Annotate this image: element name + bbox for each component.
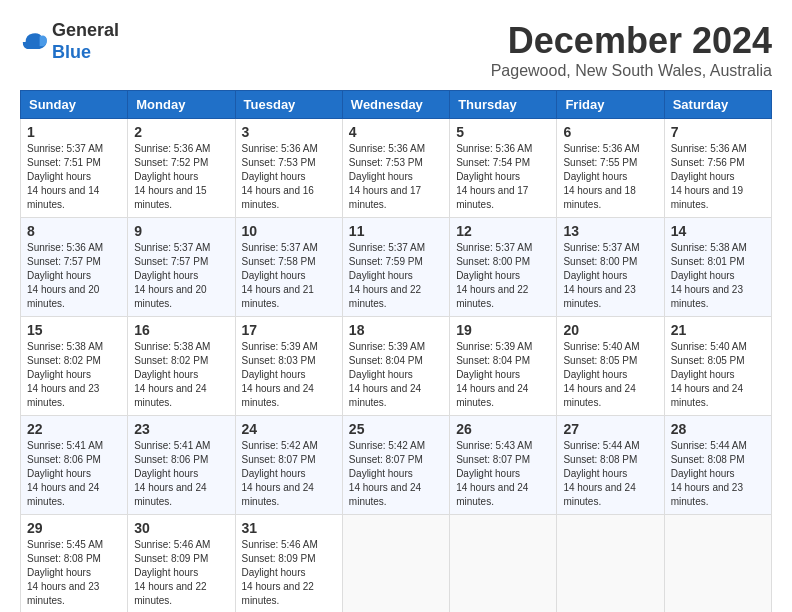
table-cell: 21 Sunrise: 5:40 AM Sunset: 8:05 PM Dayl… <box>664 317 771 416</box>
page-header: General Blue December 2024 Pagewood, New… <box>20 20 772 80</box>
table-cell: 5 Sunrise: 5:36 AM Sunset: 7:54 PM Dayli… <box>450 119 557 218</box>
day-info: Sunrise: 5:36 AM Sunset: 7:53 PM Dayligh… <box>349 142 443 212</box>
day-info: Sunrise: 5:37 AM Sunset: 7:59 PM Dayligh… <box>349 241 443 311</box>
table-cell: 7 Sunrise: 5:36 AM Sunset: 7:56 PM Dayli… <box>664 119 771 218</box>
table-cell <box>450 515 557 613</box>
day-number: 28 <box>671 421 765 437</box>
day-info: Sunrise: 5:37 AM Sunset: 8:00 PM Dayligh… <box>456 241 550 311</box>
table-cell: 2 Sunrise: 5:36 AM Sunset: 7:52 PM Dayli… <box>128 119 235 218</box>
day-info: Sunrise: 5:46 AM Sunset: 8:09 PM Dayligh… <box>242 538 336 608</box>
day-number: 10 <box>242 223 336 239</box>
calendar-subtitle: Pagewood, New South Wales, Australia <box>491 62 772 80</box>
table-cell: 29 Sunrise: 5:45 AM Sunset: 8:08 PM Dayl… <box>21 515 128 613</box>
table-row: 15 Sunrise: 5:38 AM Sunset: 8:02 PM Dayl… <box>21 317 772 416</box>
col-saturday: Saturday <box>664 91 771 119</box>
table-cell: 1 Sunrise: 5:37 AM Sunset: 7:51 PM Dayli… <box>21 119 128 218</box>
col-friday: Friday <box>557 91 664 119</box>
day-number: 27 <box>563 421 657 437</box>
day-number: 12 <box>456 223 550 239</box>
day-number: 7 <box>671 124 765 140</box>
day-number: 23 <box>134 421 228 437</box>
col-sunday: Sunday <box>21 91 128 119</box>
col-thursday: Thursday <box>450 91 557 119</box>
day-info: Sunrise: 5:43 AM Sunset: 8:07 PM Dayligh… <box>456 439 550 509</box>
day-number: 29 <box>27 520 121 536</box>
table-cell: 19 Sunrise: 5:39 AM Sunset: 8:04 PM Dayl… <box>450 317 557 416</box>
table-cell: 27 Sunrise: 5:44 AM Sunset: 8:08 PM Dayl… <box>557 416 664 515</box>
table-cell: 30 Sunrise: 5:46 AM Sunset: 8:09 PM Dayl… <box>128 515 235 613</box>
table-cell: 4 Sunrise: 5:36 AM Sunset: 7:53 PM Dayli… <box>342 119 449 218</box>
day-number: 20 <box>563 322 657 338</box>
table-cell: 6 Sunrise: 5:36 AM Sunset: 7:55 PM Dayli… <box>557 119 664 218</box>
day-number: 26 <box>456 421 550 437</box>
col-wednesday: Wednesday <box>342 91 449 119</box>
table-cell: 16 Sunrise: 5:38 AM Sunset: 8:02 PM Dayl… <box>128 317 235 416</box>
day-info: Sunrise: 5:37 AM Sunset: 7:51 PM Dayligh… <box>27 142 121 212</box>
table-row: 22 Sunrise: 5:41 AM Sunset: 8:06 PM Dayl… <box>21 416 772 515</box>
table-cell: 17 Sunrise: 5:39 AM Sunset: 8:03 PM Dayl… <box>235 317 342 416</box>
table-cell: 8 Sunrise: 5:36 AM Sunset: 7:57 PM Dayli… <box>21 218 128 317</box>
day-info: Sunrise: 5:36 AM Sunset: 7:55 PM Dayligh… <box>563 142 657 212</box>
table-cell: 31 Sunrise: 5:46 AM Sunset: 8:09 PM Dayl… <box>235 515 342 613</box>
table-cell: 14 Sunrise: 5:38 AM Sunset: 8:01 PM Dayl… <box>664 218 771 317</box>
day-info: Sunrise: 5:38 AM Sunset: 8:02 PM Dayligh… <box>134 340 228 410</box>
day-number: 17 <box>242 322 336 338</box>
table-cell: 13 Sunrise: 5:37 AM Sunset: 8:00 PM Dayl… <box>557 218 664 317</box>
table-cell <box>557 515 664 613</box>
table-cell: 26 Sunrise: 5:43 AM Sunset: 8:07 PM Dayl… <box>450 416 557 515</box>
table-row: 29 Sunrise: 5:45 AM Sunset: 8:08 PM Dayl… <box>21 515 772 613</box>
day-info: Sunrise: 5:40 AM Sunset: 8:05 PM Dayligh… <box>671 340 765 410</box>
table-cell: 20 Sunrise: 5:40 AM Sunset: 8:05 PM Dayl… <box>557 317 664 416</box>
logo-icon <box>20 28 48 56</box>
day-number: 3 <box>242 124 336 140</box>
table-cell: 9 Sunrise: 5:37 AM Sunset: 7:57 PM Dayli… <box>128 218 235 317</box>
day-number: 11 <box>349 223 443 239</box>
day-info: Sunrise: 5:37 AM Sunset: 7:58 PM Dayligh… <box>242 241 336 311</box>
day-number: 13 <box>563 223 657 239</box>
day-number: 30 <box>134 520 228 536</box>
day-number: 2 <box>134 124 228 140</box>
day-number: 5 <box>456 124 550 140</box>
day-number: 1 <box>27 124 121 140</box>
table-cell: 24 Sunrise: 5:42 AM Sunset: 8:07 PM Dayl… <box>235 416 342 515</box>
day-info: Sunrise: 5:36 AM Sunset: 7:57 PM Dayligh… <box>27 241 121 311</box>
table-cell: 22 Sunrise: 5:41 AM Sunset: 8:06 PM Dayl… <box>21 416 128 515</box>
calendar-title: December 2024 <box>491 20 772 62</box>
day-info: Sunrise: 5:36 AM Sunset: 7:52 PM Dayligh… <box>134 142 228 212</box>
day-number: 22 <box>27 421 121 437</box>
day-number: 6 <box>563 124 657 140</box>
day-number: 21 <box>671 322 765 338</box>
day-number: 14 <box>671 223 765 239</box>
table-cell: 11 Sunrise: 5:37 AM Sunset: 7:59 PM Dayl… <box>342 218 449 317</box>
day-number: 8 <box>27 223 121 239</box>
day-info: Sunrise: 5:39 AM Sunset: 8:04 PM Dayligh… <box>456 340 550 410</box>
title-section: December 2024 Pagewood, New South Wales,… <box>491 20 772 80</box>
day-info: Sunrise: 5:44 AM Sunset: 8:08 PM Dayligh… <box>671 439 765 509</box>
day-info: Sunrise: 5:44 AM Sunset: 8:08 PM Dayligh… <box>563 439 657 509</box>
day-info: Sunrise: 5:38 AM Sunset: 8:02 PM Dayligh… <box>27 340 121 410</box>
table-cell: 23 Sunrise: 5:41 AM Sunset: 8:06 PM Dayl… <box>128 416 235 515</box>
table-cell: 10 Sunrise: 5:37 AM Sunset: 7:58 PM Dayl… <box>235 218 342 317</box>
day-info: Sunrise: 5:42 AM Sunset: 8:07 PM Dayligh… <box>242 439 336 509</box>
table-row: 1 Sunrise: 5:37 AM Sunset: 7:51 PM Dayli… <box>21 119 772 218</box>
day-number: 16 <box>134 322 228 338</box>
day-number: 31 <box>242 520 336 536</box>
day-info: Sunrise: 5:42 AM Sunset: 8:07 PM Dayligh… <box>349 439 443 509</box>
day-info: Sunrise: 5:37 AM Sunset: 7:57 PM Dayligh… <box>134 241 228 311</box>
day-info: Sunrise: 5:39 AM Sunset: 8:04 PM Dayligh… <box>349 340 443 410</box>
logo: General Blue <box>20 20 119 63</box>
day-number: 15 <box>27 322 121 338</box>
day-number: 9 <box>134 223 228 239</box>
day-info: Sunrise: 5:38 AM Sunset: 8:01 PM Dayligh… <box>671 241 765 311</box>
table-cell: 12 Sunrise: 5:37 AM Sunset: 8:00 PM Dayl… <box>450 218 557 317</box>
table-cell: 15 Sunrise: 5:38 AM Sunset: 8:02 PM Dayl… <box>21 317 128 416</box>
day-number: 18 <box>349 322 443 338</box>
day-info: Sunrise: 5:37 AM Sunset: 8:00 PM Dayligh… <box>563 241 657 311</box>
day-info: Sunrise: 5:40 AM Sunset: 8:05 PM Dayligh… <box>563 340 657 410</box>
table-cell: 3 Sunrise: 5:36 AM Sunset: 7:53 PM Dayli… <box>235 119 342 218</box>
day-info: Sunrise: 5:41 AM Sunset: 8:06 PM Dayligh… <box>27 439 121 509</box>
col-monday: Monday <box>128 91 235 119</box>
day-info: Sunrise: 5:41 AM Sunset: 8:06 PM Dayligh… <box>134 439 228 509</box>
day-info: Sunrise: 5:36 AM Sunset: 7:56 PM Dayligh… <box>671 142 765 212</box>
table-row: 8 Sunrise: 5:36 AM Sunset: 7:57 PM Dayli… <box>21 218 772 317</box>
